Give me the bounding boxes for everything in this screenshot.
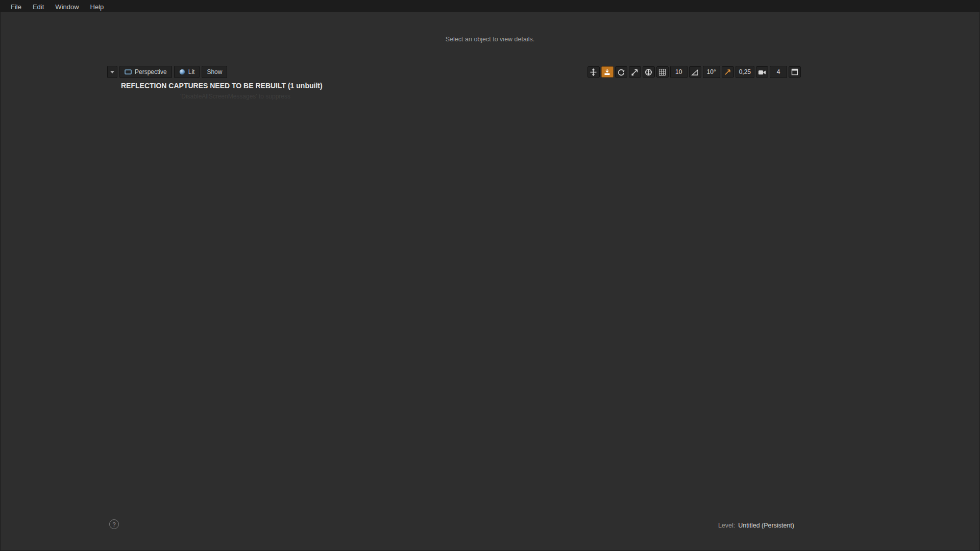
scale-icon <box>631 68 639 76</box>
camera-speed-button[interactable] <box>756 66 768 78</box>
translate-icon <box>590 68 597 76</box>
surface-snap-button[interactable] <box>601 66 614 78</box>
globe-icon <box>645 68 652 76</box>
lit-icon <box>179 69 185 75</box>
scale-snap-icon <box>724 68 731 76</box>
lit-mode-button[interactable]: Lit <box>174 66 200 78</box>
perspective-label: Perspective <box>135 68 167 76</box>
maximize-icon <box>791 68 798 76</box>
level-indicator: Level:Untitled (Persistent) <box>718 522 794 529</box>
scale-snap-value[interactable]: 0,25 <box>736 66 754 78</box>
menu-window[interactable]: Window <box>50 1 84 13</box>
rotate-tool-button[interactable] <box>615 66 627 78</box>
details-empty-message: Select an object to view details. <box>1 36 979 43</box>
grid-snap-button[interactable] <box>656 66 669 78</box>
perspective-icon <box>125 69 132 75</box>
maximize-viewport-button[interactable] <box>789 66 801 78</box>
rotation-snap-value[interactable]: 10° <box>703 66 720 78</box>
menu-edit[interactable]: Edit <box>27 1 50 13</box>
help-button[interactable]: ? <box>109 519 119 529</box>
warning-hint-text: 'DisableAllScreenMessages' to suppress <box>180 93 290 100</box>
surface-snap-icon <box>603 68 611 76</box>
show-flags-button[interactable]: Show <box>202 66 227 78</box>
menu-file[interactable]: File <box>5 1 27 13</box>
angle-icon <box>691 68 699 76</box>
camera-icon <box>758 69 766 76</box>
lit-label: Lit <box>188 68 195 76</box>
grid-snap-value[interactable]: 10 <box>670 66 688 78</box>
rotate-icon <box>617 68 625 76</box>
dropdown-caret-icon <box>110 71 114 73</box>
level-value: Untitled (Persistent) <box>738 522 794 529</box>
translate-tool-button[interactable] <box>587 66 600 78</box>
viewport-options-button[interactable] <box>107 66 117 78</box>
scale-snap-button[interactable] <box>722 66 734 78</box>
rotation-snap-button[interactable] <box>689 66 701 78</box>
perspective-button[interactable]: Perspective <box>119 66 172 78</box>
show-label: Show <box>207 68 222 76</box>
menu-help[interactable]: Help <box>85 1 110 13</box>
world-coordinate-button[interactable] <box>643 66 655 78</box>
reflection-warning-text: REFLECTION CAPTURES NEED TO BE REBUILT (… <box>121 82 323 90</box>
camera-speed-value[interactable]: 4 <box>770 66 787 78</box>
grid-icon <box>658 68 666 76</box>
level-label: Level: <box>718 522 735 529</box>
scale-tool-button[interactable] <box>629 66 641 78</box>
